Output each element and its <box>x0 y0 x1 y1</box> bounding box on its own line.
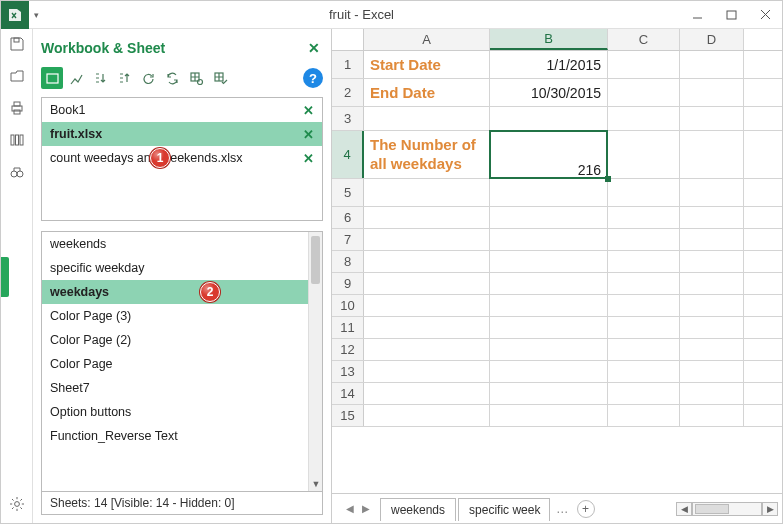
svg-rect-1 <box>727 11 736 19</box>
column-header-c[interactable]: C <box>608 29 680 50</box>
binoculars-icon[interactable] <box>8 163 26 181</box>
hscroll-track[interactable] <box>692 502 762 516</box>
row-header[interactable]: 6 <box>332 207 364 228</box>
sheet-item[interactable]: Function_Reverse Text <box>42 424 308 448</box>
close-button[interactable] <box>748 1 782 29</box>
cell-d1[interactable] <box>680 51 744 78</box>
row-header[interactable]: 2 <box>332 79 364 106</box>
cell-d3[interactable] <box>680 107 744 130</box>
cell-a3[interactable] <box>364 107 490 130</box>
toolbar-grid-gear-button[interactable] <box>185 67 207 89</box>
svg-rect-14 <box>47 74 58 83</box>
toolbar-sort-asc-button[interactable] <box>89 67 111 89</box>
row-header[interactable]: 1 <box>332 51 364 78</box>
callout-1: 1 <box>150 148 170 168</box>
toolbar-sync-button[interactable] <box>161 67 183 89</box>
sheet-tab[interactable]: specific week <box>458 498 550 521</box>
cell-a1[interactable]: Start Date <box>364 51 490 78</box>
grid-body[interactable]: 1 Start Date 1/1/2015 2 End Date 10/30/2… <box>332 51 782 493</box>
select-all-corner[interactable] <box>332 29 364 50</box>
minimize-button[interactable] <box>680 1 714 29</box>
columns-icon[interactable] <box>8 131 26 149</box>
save-icon[interactable] <box>8 35 26 53</box>
sheet-item[interactable]: Color Page (2) <box>42 328 308 352</box>
settings-gear-icon[interactable] <box>8 495 26 513</box>
row-header[interactable]: 9 <box>332 273 364 294</box>
help-button[interactable]: ? <box>303 68 323 88</box>
sheet-item-label: Sheet7 <box>50 381 90 395</box>
workbook-list: Book1 ✕ fruit.xlsx 1 ✕ count weedays and… <box>41 97 323 221</box>
toolbar-refresh-button[interactable] <box>137 67 159 89</box>
grid-row: 2 End Date 10/30/2015 <box>332 79 782 107</box>
row-header[interactable]: 12 <box>332 339 364 360</box>
cell-d2[interactable] <box>680 79 744 106</box>
toolbar-grid-check-button[interactable] <box>209 67 231 89</box>
qat-dropdown-icon[interactable]: ▾ <box>29 10 43 20</box>
sheet-item[interactable]: Color Page (3) <box>42 304 308 328</box>
workbook-item-label: fruit.xlsx <box>50 127 102 141</box>
row-header[interactable]: 5 <box>332 179 364 206</box>
cell-b4[interactable]: 216 <box>490 131 608 178</box>
workbook-item[interactable]: Book1 ✕ <box>42 98 322 122</box>
sheet-item[interactable]: Color Page <box>42 352 308 376</box>
maximize-button[interactable] <box>714 1 748 29</box>
sheet-item[interactable]: weekends <box>42 232 308 256</box>
collapse-handle[interactable] <box>1 257 9 297</box>
toolbar-sort-desc-button[interactable] <box>113 67 135 89</box>
workbook-item-selected[interactable]: fruit.xlsx 1 ✕ <box>42 122 322 146</box>
fill-handle[interactable] <box>605 176 611 182</box>
row-header[interactable]: 14 <box>332 383 364 404</box>
hscroll-thumb[interactable] <box>695 504 729 514</box>
cell-b2[interactable]: 10/30/2015 <box>490 79 608 106</box>
cell-d4[interactable] <box>680 131 744 178</box>
cell-b1[interactable]: 1/1/2015 <box>490 51 608 78</box>
row-header[interactable]: 4 <box>332 131 364 178</box>
cell-c1[interactable] <box>608 51 680 78</box>
sheet-item[interactable]: Sheet7 <box>42 376 308 400</box>
cell-a2[interactable]: End Date <box>364 79 490 106</box>
tabs-overflow-icon[interactable]: … <box>556 502 569 516</box>
row-header[interactable]: 8 <box>332 251 364 272</box>
tab-nav-prev-icon[interactable]: ◀ <box>346 503 354 514</box>
hscroll-right-icon[interactable]: ▶ <box>762 502 778 516</box>
sheet-item[interactable]: specific weekday <box>42 256 308 280</box>
column-header-a[interactable]: A <box>364 29 490 50</box>
sheet-status-bar: Sheets: 14 [Visible: 14 - Hidden: 0] <box>41 492 323 515</box>
toolbar-workbook-button[interactable] <box>41 67 63 89</box>
cell-c3[interactable] <box>608 107 680 130</box>
toolbar-chart-button[interactable] <box>65 67 87 89</box>
row-header[interactable]: 7 <box>332 229 364 250</box>
hscroll-left-icon[interactable]: ◀ <box>676 502 692 516</box>
workbook-close-icon[interactable]: ✕ <box>303 151 314 166</box>
open-icon[interactable] <box>8 67 26 85</box>
grid-row: 3 <box>332 107 782 131</box>
workbook-item[interactable]: count weedays and weekends.xlsx ✕ <box>42 146 322 170</box>
row-header[interactable]: 11 <box>332 317 364 338</box>
column-header-d[interactable]: D <box>680 29 744 50</box>
cell-b3[interactable] <box>490 107 608 130</box>
sheet-item-selected[interactable]: weekdays 2 <box>42 280 308 304</box>
workbook-close-icon[interactable]: ✕ <box>303 127 314 142</box>
pane-title: Workbook & Sheet <box>41 40 305 56</box>
tab-nav-next-icon[interactable]: ▶ <box>362 503 370 514</box>
sheet-scrollbar[interactable]: ▲ ▼ <box>308 232 322 491</box>
cell-c4[interactable] <box>608 131 680 178</box>
scroll-down-icon[interactable]: ▼ <box>309 477 323 491</box>
sheet-tab[interactable]: weekends <box>380 498 456 521</box>
add-sheet-button[interactable]: + <box>577 500 595 518</box>
pane-close-icon[interactable]: ✕ <box>305 40 323 56</box>
print-icon[interactable] <box>8 99 26 117</box>
scrollbar-thumb[interactable] <box>311 236 320 284</box>
workbook-close-icon[interactable]: ✕ <box>303 103 314 118</box>
grid-row: 8 <box>332 251 782 273</box>
sheet-item[interactable]: Option buttons <box>42 400 308 424</box>
svg-point-16 <box>197 79 202 84</box>
row-header[interactable]: 15 <box>332 405 364 426</box>
row-header[interactable]: 13 <box>332 361 364 382</box>
column-header-b[interactable]: B <box>490 29 608 50</box>
cell-a4[interactable]: The Number of all weekdays <box>364 131 490 178</box>
cell-c2[interactable] <box>608 79 680 106</box>
row-header[interactable]: 10 <box>332 295 364 316</box>
row-header[interactable]: 3 <box>332 107 364 130</box>
excel-app-icon[interactable] <box>1 1 29 29</box>
